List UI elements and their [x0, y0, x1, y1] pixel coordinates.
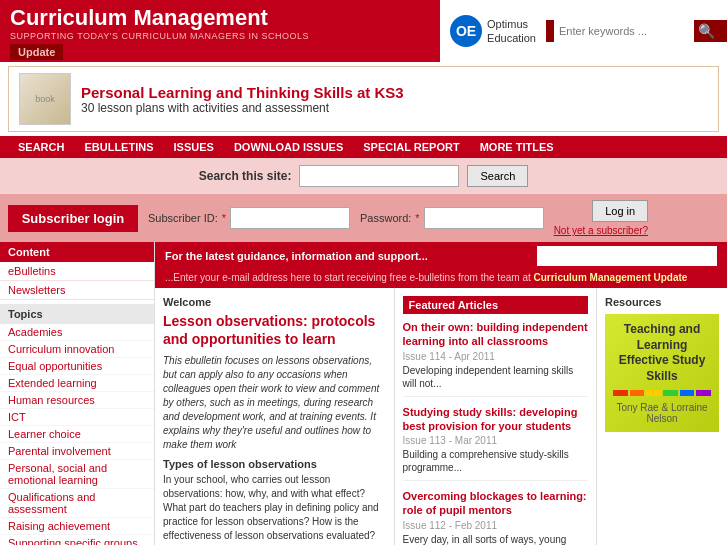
- sidebar-topic-curriculum[interactable]: Curriculum innovation: [0, 341, 154, 358]
- ebulletin-top-bar: For the latest guidance, information and…: [155, 242, 727, 270]
- header-search-button[interactable]: 🔍: [694, 21, 719, 41]
- nav-item-issues[interactable]: ISSUES: [164, 136, 224, 158]
- subscriber-id-input[interactable]: [230, 207, 350, 229]
- subscriber-password-field: Password: *: [360, 207, 544, 229]
- sidebar-topic-parental[interactable]: Parental involvement: [0, 443, 154, 460]
- header-search-input[interactable]: [554, 20, 694, 42]
- search-site-label: Search this site:: [199, 169, 292, 183]
- banner-text: Personal Learning and Thinking Skills at…: [81, 84, 404, 115]
- subscriber-id-required: *: [222, 212, 226, 224]
- nav-item-ebulletins[interactable]: EBULLETINS: [74, 136, 163, 158]
- subscriber-id-field: Subscriber ID: *: [148, 207, 350, 229]
- search-site-button[interactable]: Search: [467, 165, 528, 187]
- featured-article-2-title[interactable]: Overcoming blockages to learning: role o…: [403, 489, 588, 518]
- welcome-intro: This ebulletin focuses on lessons observ…: [163, 354, 386, 452]
- sidebar-topic-supporting[interactable]: Supporting specific groups: [0, 535, 154, 545]
- featured-article-1-title[interactable]: Studying study skills: developing best p…: [403, 405, 588, 434]
- featured-article-1-issue: Issue 113 - Mar 2011: [403, 435, 588, 446]
- welcome-title: Lesson observations: protocols and oppor…: [163, 312, 386, 348]
- sidebar-topic-extended[interactable]: Extended learning: [0, 375, 154, 392]
- logo-area: Curriculum Management Supporting today's…: [0, 0, 440, 62]
- nav-item-special-report[interactable]: SPECIAL REPORT: [353, 136, 469, 158]
- ebulletin-desc-text: ...Enter your e-mail address here to sta…: [165, 272, 717, 283]
- sidebar-item-newsletters[interactable]: Newsletters: [0, 281, 154, 300]
- featured-header: Featured Articles: [403, 296, 588, 314]
- banner: book Personal Learning and Thinking Skil…: [8, 66, 719, 132]
- sidebar-topic-hr[interactable]: Human resources: [0, 392, 154, 409]
- sidebar-topic-learner[interactable]: Learner choice: [0, 426, 154, 443]
- sidebar: Content eBulletins Newsletters Topics Ac…: [0, 242, 155, 545]
- nav-item-search[interactable]: SEARCH: [8, 136, 74, 158]
- featured-article-0-title[interactable]: On their own: building independent learn…: [403, 320, 588, 349]
- subscriber-label: Subscriber login: [8, 205, 138, 232]
- banner-description: 30 lesson plans with activities and asse…: [81, 101, 404, 115]
- sidebar-topic-academies[interactable]: Academies: [0, 324, 154, 341]
- header-right: OE Optimus Education 🔍: [440, 0, 727, 62]
- featured-article-2: Overcoming blockages to learning: role o…: [403, 489, 588, 545]
- content-header: Content: [0, 242, 154, 262]
- welcome-header-label: Welcome: [163, 296, 386, 308]
- sidebar-topic-personal[interactable]: Personal, social and emotional learning: [0, 460, 154, 489]
- featured-article-2-text: Every day, in all sorts of ways, young p…: [403, 533, 588, 545]
- content-section: Content eBulletins Newsletters: [0, 242, 154, 300]
- optimus-line1: Optimus: [487, 17, 536, 31]
- ebulletin-highlight: Curriculum Management Update: [534, 272, 688, 283]
- resources-column: Resources Teaching and Learning Effectiv…: [597, 288, 727, 545]
- search-site-input[interactable]: [299, 165, 459, 187]
- not-subscriber-link[interactable]: Not yet a subscriber?: [554, 225, 649, 236]
- nav-item-more-titles[interactable]: MORE TITLES: [470, 136, 564, 158]
- subscriber-password-input[interactable]: [424, 207, 544, 229]
- resource-book[interactable]: Teaching and Learning Effective Study Sk…: [605, 314, 719, 432]
- sidebar-item-ebulletins[interactable]: eBulletins: [0, 262, 154, 281]
- subscriber-id-label: Subscriber ID:: [148, 212, 218, 224]
- subscriber-password-label: Password:: [360, 212, 411, 224]
- optimus-circle: OE: [450, 15, 482, 47]
- resources-header: Resources: [605, 296, 719, 308]
- banner-title: Personal Learning and Thinking Skills at…: [81, 84, 404, 101]
- featured-article-0-text: Developing independent learning skills w…: [403, 364, 588, 390]
- featured-article-0: On their own: building independent learn…: [403, 320, 588, 397]
- topics-section: Topics Academies Curriculum innovation E…: [0, 304, 154, 545]
- content-area: For the latest guidance, information and…: [155, 242, 727, 545]
- sidebar-topic-equal[interactable]: Equal opportunities: [0, 358, 154, 375]
- logo-update: Update: [10, 44, 63, 60]
- sidebar-topic-ict[interactable]: ICT: [0, 409, 154, 426]
- featured-article-2-issue: Issue 112 - Feb 2011: [403, 520, 588, 531]
- header-search-bar: 🔍: [546, 20, 727, 42]
- featured-article-0-issue: Issue 114 - Apr 2011: [403, 351, 588, 362]
- page-header: Curriculum Management Supporting today's…: [0, 0, 727, 62]
- ebulletin-email-input[interactable]: [537, 246, 717, 266]
- main-nav: SEARCHEBULLETINSISSUESDOWNLOAD ISSUESSPE…: [0, 136, 727, 158]
- featured-column: Featured Articles On their own: building…: [395, 288, 597, 545]
- featured-article-1-text: Building a comprehensive study-skills pr…: [403, 448, 588, 474]
- optimus-text: Optimus Education: [487, 17, 536, 46]
- logo-title: Curriculum Management: [10, 6, 430, 30]
- search-site-bar: Search this site: Search: [0, 158, 727, 194]
- optimus-logo: OE Optimus Education: [440, 9, 546, 53]
- welcome-column: Welcome Lesson observations: protocols a…: [155, 288, 395, 545]
- ebulletin-desc-bar: ...Enter your e-mail address here to sta…: [155, 270, 727, 288]
- main-content: Content eBulletins Newsletters Topics Ac…: [0, 242, 727, 545]
- three-column-area: Welcome Lesson observations: protocols a…: [155, 288, 727, 545]
- book-author: Tony Rae & Lorraine Nelson: [613, 402, 711, 424]
- optimus-line2: Education: [487, 31, 536, 45]
- nav-item-download-issues[interactable]: DOWNLOAD ISSUES: [224, 136, 353, 158]
- topics-header: Topics: [0, 304, 154, 324]
- featured-article-1: Studying study skills: developing best p…: [403, 405, 588, 482]
- logo-subtitle: Supporting today's curriculum managers i…: [10, 31, 430, 41]
- sidebar-topic-raising[interactable]: Raising achievement: [0, 518, 154, 535]
- ebulletin-bar-title: For the latest guidance, information and…: [165, 250, 529, 262]
- login-button[interactable]: Log in: [592, 200, 648, 222]
- welcome-types-text: In your school, who carries out lesson o…: [163, 473, 386, 543]
- ebulletin-desc-prefix: ...Enter your e-mail address here to sta…: [165, 272, 534, 283]
- welcome-types-header: Types of lesson observations: [163, 458, 386, 470]
- sidebar-topic-qualifications[interactable]: Qualifications and assessment: [0, 489, 154, 518]
- subscriber-login-bar: Subscriber login Subscriber ID: * Passwo…: [0, 194, 727, 242]
- book-title: Teaching and Learning Effective Study Sk…: [613, 322, 711, 384]
- banner-image: book: [19, 73, 71, 125]
- subscriber-password-required: *: [415, 212, 419, 224]
